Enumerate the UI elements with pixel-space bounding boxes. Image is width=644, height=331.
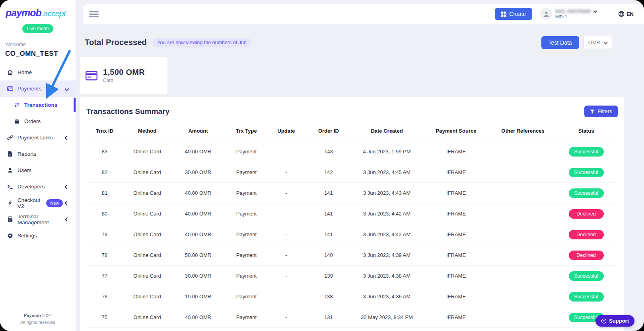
filters-button[interactable]: Filters <box>584 106 618 117</box>
cell-order-id: 131 <box>304 314 353 320</box>
cell-update: - <box>268 252 304 258</box>
cell-update: - <box>268 149 304 155</box>
cell-method: Online Card <box>123 169 171 175</box>
cell-order-id: 141 <box>304 190 353 196</box>
cell-order-id: 142 <box>304 169 353 175</box>
test-data-button[interactable]: Test Data <box>541 36 579 49</box>
footer-brand: Paymob <box>24 313 41 318</box>
viewing-period-chip: You are now viewing the numbers of Jun <box>152 38 251 47</box>
sidebar-item-checkout-v2[interactable]: Checkout V2 New <box>0 195 76 211</box>
table-row[interactable]: 83 Online Card 40.00 OMR Payment - 143 4… <box>86 141 618 162</box>
gear-icon <box>6 233 14 239</box>
table-row[interactable]: 81 Online Card 40.00 OMR Payment - 141 3… <box>86 183 618 204</box>
table-body: 83 Online Card 40.00 OMR Payment - 143 4… <box>86 141 618 328</box>
svg-text:?: ? <box>603 319 605 323</box>
cell-payment-source: IFRAME <box>421 149 491 155</box>
create-button[interactable]: Create <box>495 8 532 20</box>
currency-select[interactable]: OMR <box>583 36 612 49</box>
cell-amount: 50.00 OMR <box>171 252 225 258</box>
cell-trx-type: Payment <box>225 273 268 279</box>
table-column-header: Method <box>123 128 171 134</box>
chevron-left-icon <box>65 201 69 205</box>
topbar: Create test_merchant MID: 1 EN <box>83 4 644 24</box>
new-badge: New <box>46 199 63 207</box>
cell-date-created: 4 Jun 2023, 1:59 PM <box>353 149 421 155</box>
cell-payment-source: IFRAME <box>421 252 491 258</box>
sidebar-item-label: Payment Links <box>18 135 53 141</box>
cell-trnx-id: 80 <box>86 211 123 217</box>
sidebar-item-users[interactable]: Users <box>0 162 76 178</box>
cell-method: Online Card <box>123 252 171 258</box>
chevron-down-icon <box>64 86 69 91</box>
cell-date-created: 3 Jun 2023, 4:45 AM <box>353 169 421 175</box>
merchant-id: MID: 1 <box>555 15 597 19</box>
cell-method: Online Card <box>123 211 171 217</box>
cell-update: - <box>268 294 304 300</box>
user-icon <box>6 167 14 174</box>
terminal-icon <box>6 184 14 190</box>
sidebar-item-transactions[interactable]: Transactions <box>0 97 76 113</box>
sidebar-item-label: Settings <box>18 233 37 239</box>
cell-date-created: 3 Jun 2023, 4:42 AM <box>353 231 421 237</box>
cell-payment-source: IFRAME <box>421 169 491 175</box>
page-title: Total Processed <box>85 38 147 47</box>
language-selector[interactable]: EN <box>618 11 634 17</box>
cell-trnx-id: 76 <box>86 294 123 300</box>
cell-order-id: 143 <box>304 149 353 155</box>
cell-date-created: 30 May 2023, 8:34 PM <box>353 314 421 320</box>
cell-trx-type: Payment <box>225 314 268 320</box>
table-row[interactable]: 79 Online Card 40.00 OMR Payment - 141 3… <box>86 224 618 245</box>
footer-rights: All rights reserved <box>0 319 76 326</box>
sidebar-item-label: Home <box>18 69 32 75</box>
cell-trx-type: Payment <box>225 294 268 300</box>
sidebar-item-label: Payments <box>18 86 41 92</box>
pos-icon <box>6 216 14 223</box>
table-column-header: Date Created <box>353 128 421 134</box>
table-header-row: Trnx ID Method Amount Trx Type Update Or… <box>86 120 618 141</box>
cell-method: Online Card <box>123 273 171 279</box>
table-column-header: Order ID <box>304 128 353 134</box>
account-menu[interactable]: test_merchant MID: 1 <box>540 8 597 20</box>
table-row[interactable]: 77 Online Card 30.00 OMR Payment - 139 3… <box>86 266 618 286</box>
sidebar-item-orders[interactable]: Orders <box>0 113 76 129</box>
sidebar-item-label: Checkout V2 <box>18 197 46 209</box>
card-icon <box>6 86 14 92</box>
globe-icon <box>618 11 625 17</box>
cell-amount: 40.00 OMR <box>171 149 225 155</box>
hamburger-menu-icon[interactable] <box>89 10 99 18</box>
sidebar-item-label: Transactions <box>24 102 57 108</box>
cell-update: - <box>268 211 304 217</box>
cell-payment-source: IFRAME <box>421 190 491 196</box>
table-row[interactable]: 80 Online Card 40.00 OMR Payment - 141 3… <box>86 204 618 224</box>
support-button[interactable]: ? Support <box>595 315 634 327</box>
cell-amount: 30.00 OMR <box>171 169 225 175</box>
cell-date-created: 3 Jun 2023, 4:36 AM <box>353 294 421 300</box>
transactions-summary-card: Transactions Summary Filters Trnx ID Met… <box>80 97 624 331</box>
bolt-icon <box>6 200 14 206</box>
sidebar-item-home[interactable]: Home <box>0 64 76 80</box>
sidebar-item-developers[interactable]: Developers <box>0 178 76 195</box>
cell-order-id: 140 <box>304 252 353 258</box>
status-badge: Successful <box>569 292 604 302</box>
table-row[interactable]: 75 Online Card 40.00 OMR Payment - 131 3… <box>86 307 618 328</box>
status-badge: Successful <box>569 147 604 157</box>
status-badge: Successful <box>569 271 604 281</box>
sidebar-item-settings[interactable]: Settings <box>0 227 76 244</box>
status-badge: Declined <box>569 230 604 239</box>
cell-payment-source: IFRAME <box>421 211 491 217</box>
total-processed-card: 1,500 OMR Card <box>80 57 167 94</box>
sidebar-item-payment-links[interactable]: Payment Links <box>0 129 76 146</box>
sidebar-item-reports[interactable]: Reports <box>0 146 76 162</box>
table-row[interactable]: 82 Online Card 30.00 OMR Payment - 142 3… <box>86 162 618 183</box>
cell-amount: 40.00 OMR <box>171 190 225 196</box>
merchant-account-name-blurred: test_merchant <box>555 8 591 14</box>
sidebar-item-payments[interactable]: Payments <box>0 80 76 97</box>
card-total-amount: 1,500 OMR <box>103 68 145 77</box>
table-column-header: Trx Type <box>225 128 268 134</box>
table-row[interactable]: 78 Online Card 50.00 OMR Payment - 140 3… <box>86 245 618 266</box>
table-column-header: Other References <box>491 128 555 134</box>
table-row[interactable]: 76 Online Card 10.00 OMR Payment - 138 3… <box>86 286 618 307</box>
cell-update: - <box>268 231 304 237</box>
sidebar-item-terminal-management[interactable]: Terminal Management <box>0 211 76 227</box>
cell-trnx-id: 79 <box>86 231 123 237</box>
